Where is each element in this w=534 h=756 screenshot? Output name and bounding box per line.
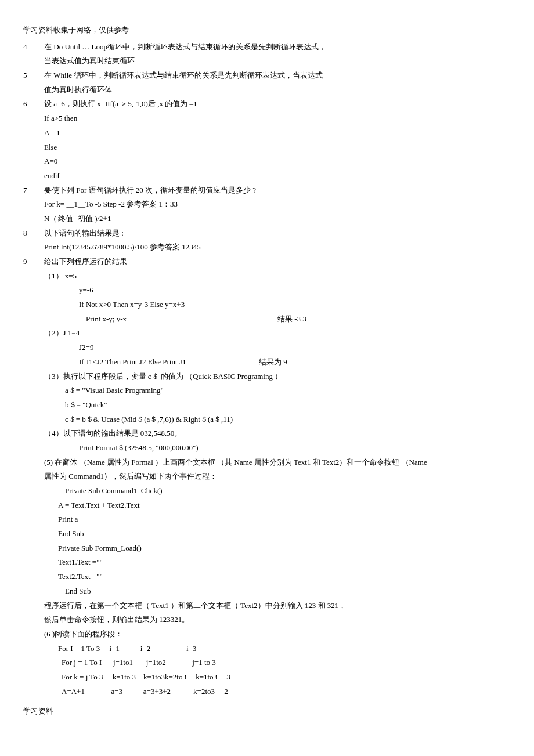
q9-part2-result: 结果为 9 — [259, 355, 287, 370]
q9-part5-code7: Text2.Text ="" — [23, 570, 511, 584]
q9-part1-line4: Print x-y; y-x 结果 -3 3 — [23, 312, 511, 327]
q9-part1-result: 结果 -3 3 — [277, 312, 306, 327]
q9-part1-line1: （1） x=5 — [23, 269, 511, 284]
q7-code-line1: For k= __1__To -5 Step -2 参考答案 1：33 — [23, 197, 511, 212]
q9-part2-line1: （2）J 1=4 — [23, 326, 511, 341]
q6-code-line3: Else — [23, 140, 511, 155]
question-9: 9 给出下列程序运行的结果 — [23, 255, 511, 269]
q6-code-line5: endif — [23, 169, 511, 183]
q7-text-line2: N=( 终值 -初值 )/2+1 — [23, 212, 511, 226]
q4-number: 4 — [23, 40, 44, 55]
question-8: 8 以下语句的输出结果是 : — [23, 226, 511, 241]
q8-text-line1: 以下语句的输出结果是 : — [44, 226, 511, 241]
q9-part3-line3: b＄= "Quick" — [23, 398, 511, 413]
header-note: 学习资料收集于网络，仅供参考 — [23, 23, 511, 38]
q9-part5-code2: A = Text.Text + Text2.Text — [23, 498, 511, 513]
q9-text-line1: 给出下列程序运行的结果 — [44, 255, 511, 269]
question-4: 4 在 Do Until … Loop循环中，判断循环表达式与结束循环的关系是先… — [23, 40, 511, 55]
q9-part5-code1: Private Sub Command1_Click() — [23, 484, 511, 498]
question-7: 7 要使下列 For 语句循环执行 20 次，循环变量的初值应当是多少 ? — [23, 183, 511, 198]
q9-part5-line1: (5) 在窗体 （Name 属性为 Formal ）上画两个文本框 （其 Nam… — [23, 455, 511, 470]
q9-part4-line2: Print Format＄(32548.5, "000,000.00") — [23, 441, 511, 455]
q9-part1-line3: If Not x>0 Then x=y-3 Else y=x+3 — [23, 298, 511, 312]
q9-part6-line5: A=A+1 a=3 a=3+3+2 k=2to3 2 — [23, 685, 511, 699]
q8-number: 8 — [23, 226, 44, 241]
q5-text-line2: 值为真时执行循环体 — [23, 83, 511, 97]
q9-part3-line1: （3）执行以下程序段后，变量 c＄ 的值为 （Quick BASIC Progr… — [23, 370, 511, 384]
q9-part1-print: Print x-y; y-x — [86, 312, 277, 327]
q5-number: 5 — [23, 68, 44, 83]
q6-text-line1: 设 a=6，则执行 x=IIf(a ＞5,-1,0)后 ,x 的值为 –1 — [44, 97, 511, 111]
q9-part5-line2: 属性为 Command1），然后编写如下两个事件过程： — [23, 469, 511, 484]
q9-part6-line3: For j = 1 To I j=1to1 j=1to2 j=1 to 3 — [23, 656, 511, 670]
q9-part5-code3: Print a — [23, 512, 511, 527]
q9-part3-line2: a＄= "Visual Basic Programing" — [23, 384, 511, 398]
q9-part1-line2: y=-6 — [23, 283, 511, 298]
q8-code-line1: Print Int(12345.6789*1000.5)/100 参考答案 12… — [23, 240, 511, 255]
q7-text-line1: 要使下列 For 语句循环执行 20 次，循环变量的初值应当是多少 ? — [44, 183, 511, 198]
q9-part5-code6: Text1.Text ="" — [23, 555, 511, 570]
q9-part5-line11: 程序运行后，在第一个文本框（ Text1 ）和第二个文本框（ Text2）中分别… — [23, 599, 511, 613]
q5-text-line1: 在 While 循环中，判断循环表达式与结束循环的关系是先判断循环表达式，当表达… — [44, 68, 511, 83]
q4-text-line2: 当表达式值为真时结束循环 — [23, 54, 511, 68]
q9-part5-code8: End Sub — [23, 584, 511, 599]
q9-part5-code5: Private Sub Formm_Load() — [23, 541, 511, 556]
footer-note: 学习资料 — [23, 704, 511, 719]
q9-part5-code4: End Sub — [23, 527, 511, 541]
q9-part2-print: If J1<J2 Then Print J2 Else Print J1 — [79, 355, 259, 370]
q9-part6-line2: For I = 1 To 3 i=1 i=2 i=3 — [23, 642, 511, 656]
q4-text-line1: 在 Do Until … Loop循环中，判断循环表达式与结束循环的关系是先判断… — [44, 40, 511, 55]
question-5: 5 在 While 循环中，判断循环表达式与结束循环的关系是先判断循环表达式，当… — [23, 68, 511, 83]
q9-part4-line1: （4）以下语句的输出结果是 032,548.50。 — [23, 426, 511, 441]
q9-part6-line1: (6 )阅读下面的程序段： — [23, 627, 511, 642]
q9-part2-line2: J2=9 — [23, 341, 511, 355]
q9-part5-line12: 然后单击命令按钮，则输出结果为 123321。 — [23, 613, 511, 627]
q9-number: 9 — [23, 255, 44, 269]
q6-code-line4: A=0 — [23, 154, 511, 169]
q9-part2-line3: If J1<J2 Then Print J2 Else Print J1 结果为… — [23, 355, 511, 370]
q7-number: 7 — [23, 183, 44, 198]
q6-code-line2: A=-1 — [23, 126, 511, 140]
q9-part3-line4: c＄= b＄& Ucase (Mid＄(a＄,7,6)) & Right＄(a＄… — [23, 413, 511, 427]
q6-code-line1: If a>5 then — [23, 111, 511, 126]
q6-number: 6 — [23, 97, 44, 111]
question-6: 6 设 a=6，则执行 x=IIf(a ＞5,-1,0)后 ,x 的值为 –1 — [23, 97, 511, 111]
q9-part6-line4: For k = j To 3 k=1to 3 k=1to3k=2to3 k=1t… — [23, 670, 511, 685]
